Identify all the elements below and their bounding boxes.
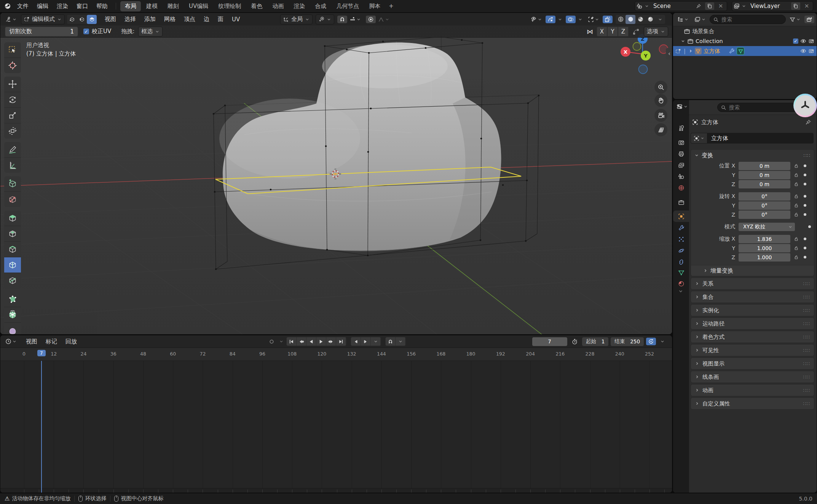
editor-type-button[interactable] (3, 16, 19, 23)
viewport-menu-item[interactable]: 边 (199, 14, 214, 24)
annotate-tool-button[interactable] (4, 142, 21, 158)
transform-tool-button[interactable] (4, 123, 21, 139)
workspace-tab[interactable]: 几何节点 (332, 1, 364, 11)
camera-visibility-icon[interactable] (808, 48, 814, 54)
play-button[interactable] (316, 337, 326, 346)
drag-dots-icon[interactable]: ∷∷ (803, 374, 810, 380)
workspace-tab[interactable]: 建模 (142, 1, 162, 11)
workspace-tab[interactable]: 渲染 (289, 1, 310, 11)
menubar-item[interactable]: 窗口 (72, 2, 92, 11)
scale-tool-button[interactable] (4, 108, 21, 123)
number-of-cuts-slider[interactable]: 切割次数 1 (5, 27, 78, 37)
pivot-point-selector[interactable] (316, 14, 334, 24)
snap-toggle[interactable] (337, 16, 347, 23)
transform-value-field[interactable]: 0 m (739, 171, 790, 179)
menubar-item[interactable]: 帮助 (92, 2, 112, 11)
lock-icon[interactable] (790, 255, 802, 260)
next-keyframe-button[interactable] (326, 337, 336, 346)
viewport-menu-item[interactable]: 添加 (140, 14, 160, 24)
transform-value-field[interactable]: 0° (739, 192, 790, 201)
collapsed-panel[interactable]: 自定义属性∷∷ (691, 397, 814, 410)
drag-dots-icon[interactable]: ∷∷ (803, 281, 810, 287)
gizmo-minus-y-ball[interactable] (633, 43, 641, 51)
animate-dot[interactable] (802, 247, 808, 249)
viewport-menu-item[interactable]: 网格 (160, 14, 180, 24)
timeline-menu-item[interactable]: 标记 (41, 337, 61, 346)
animate-dot[interactable] (802, 213, 808, 216)
solid-shading-button[interactable] (626, 15, 635, 24)
animate-dot[interactable] (802, 183, 808, 185)
select-box-tool-button[interactable] (4, 42, 21, 58)
properties-search[interactable] (717, 103, 801, 112)
cursor-tool-button[interactable] (4, 58, 21, 73)
start-frame-field[interactable]: 起始 1 (582, 337, 609, 346)
add-workspace-button[interactable]: + (385, 2, 397, 10)
vertex-select-button[interactable] (67, 15, 77, 24)
lock-icon[interactable] (790, 194, 802, 199)
workspace-tab[interactable]: 动画 (268, 1, 288, 11)
transform-value-field[interactable]: 1.000 (739, 244, 790, 252)
object-name-input[interactable]: 立方体 (707, 133, 814, 144)
collapsed-panel[interactable]: 视图显示∷∷ (691, 357, 814, 370)
record-menu[interactable] (277, 338, 286, 345)
object-visibility-menu[interactable] (528, 15, 544, 23)
viewport-menu-item[interactable]: 视图 (101, 14, 120, 24)
current-frame-field[interactable]: 7 (532, 337, 567, 346)
lock-icon[interactable] (790, 172, 802, 177)
drag-dots-icon[interactable]: ∷∷ (803, 294, 810, 300)
transform-value-field[interactable]: 0 m (739, 180, 790, 188)
collection-checkbox[interactable]: ✓ (793, 38, 798, 44)
timeline-ruler[interactable]: 0122436486072849610812013214415616818019… (0, 348, 672, 361)
eye-icon[interactable] (800, 38, 806, 44)
eye-icon[interactable] (800, 48, 806, 54)
collapsed-panel[interactable]: 关系∷∷ (691, 278, 814, 290)
collapsed-panel[interactable]: 实例化∷∷ (691, 304, 814, 316)
modifier-wrench-icon[interactable] (729, 48, 735, 54)
rip-region-tool-button[interactable] (4, 192, 21, 207)
timeline-menu-item[interactable]: 回放 (61, 337, 81, 346)
collapsed-panel[interactable]: 运动路径∷∷ (691, 317, 814, 330)
snap-corner-icon[interactable] (633, 28, 640, 35)
rendered-shading-button[interactable] (645, 15, 655, 24)
transform-orientation[interactable]: 全局 (280, 14, 313, 24)
new-collection-button[interactable] (804, 16, 814, 23)
workspace-tab[interactable]: 合成 (310, 1, 331, 11)
copy-icon[interactable] (791, 2, 800, 10)
animate-dot[interactable] (806, 225, 812, 228)
menubar-item[interactable]: 渲染 (53, 2, 72, 11)
jump-to-start-button[interactable] (287, 337, 297, 346)
stopwatch-button[interactable] (570, 338, 580, 346)
properties-tab-render[interactable] (673, 137, 689, 148)
mirror-icon[interactable]: ⋈ (587, 28, 593, 35)
loop-cut-tool-button[interactable] (4, 257, 21, 273)
transform-panel-header[interactable]: 变换∷∷ (691, 150, 814, 161)
move-tool-button[interactable] (4, 77, 21, 92)
collapsed-panel[interactable]: 集合∷∷ (691, 291, 814, 303)
mirror-axis-z-button[interactable]: Z (618, 27, 629, 37)
menubar-item[interactable]: 文件 (13, 2, 33, 11)
lock-icon[interactable] (790, 182, 802, 187)
measure-tool-button[interactable] (4, 158, 21, 173)
pin-icon[interactable] (694, 2, 703, 10)
delta-transform-subpanel[interactable]: 增量变换 (691, 265, 814, 276)
timeline-track-area[interactable] (0, 361, 672, 493)
object-label[interactable]: 立方体 (704, 48, 720, 55)
animate-dot[interactable] (802, 238, 808, 240)
viewlayer-selector[interactable]: ViewLayer ✕ (732, 1, 813, 11)
viewport-menu-item[interactable]: 选择 (120, 14, 140, 24)
face-select-button[interactable] (87, 15, 97, 24)
inset-faces-tool-button[interactable] (4, 226, 21, 242)
overlays-settings[interactable] (576, 16, 584, 22)
drag-dots-icon[interactable]: ∷∷ (803, 308, 810, 313)
camera-view-button[interactable] (654, 109, 667, 122)
playhead-line[interactable] (41, 361, 42, 493)
outliner-filter-button[interactable] (788, 16, 803, 23)
outliner-row-scene-collection[interactable]: 场景集合 (673, 26, 817, 36)
gizmo-settings[interactable] (556, 16, 564, 22)
pin-icon[interactable] (805, 119, 811, 125)
mirror-axis-y-button[interactable]: Y (607, 27, 618, 37)
chevron-right-icon[interactable] (688, 49, 693, 53)
step-forward-button[interactable] (361, 337, 371, 346)
collapsed-panel[interactable]: 动画∷∷ (691, 384, 814, 396)
step-menu[interactable] (371, 337, 381, 346)
